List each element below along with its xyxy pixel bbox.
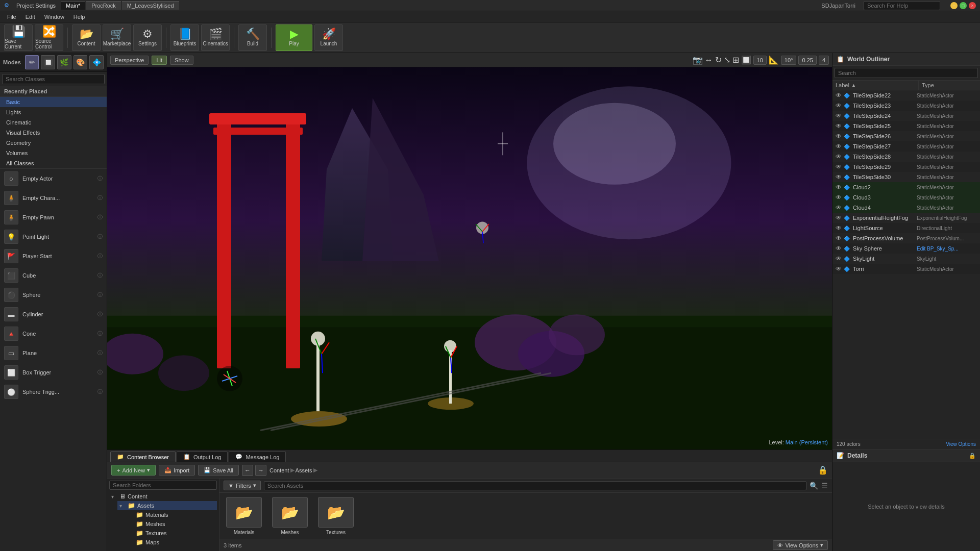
- list-item[interactable]: ▭ Plane ⓘ: [0, 343, 107, 363]
- cinematics-button[interactable]: 🎬 Cinematics: [201, 24, 230, 51]
- type-column-header[interactable]: Type: [919, 81, 980, 90]
- tab-output-log[interactable]: 📋 Output Log: [177, 452, 228, 462]
- category-visual-effects[interactable]: Visual Effects: [0, 128, 107, 138]
- point-light-info[interactable]: ⓘ: [97, 233, 103, 240]
- tree-item-content[interactable]: ▾ 🖥 Content: [109, 492, 217, 501]
- rotate-icon[interactable]: ↻: [715, 55, 722, 65]
- cube-info[interactable]: ⓘ: [97, 272, 103, 279]
- maximize-button[interactable]: □: [960, 2, 967, 9]
- tab-procrock[interactable]: ProcRock: [86, 1, 121, 10]
- empty-chara-info[interactable]: ⓘ: [97, 194, 103, 202]
- import-button[interactable]: 📥 Import: [159, 465, 195, 475]
- viewport-type-button[interactable]: Perspective: [110, 56, 149, 65]
- save-current-button[interactable]: 💾 Save Current: [4, 24, 33, 51]
- tree-item-materials[interactable]: 📁 Materials: [126, 510, 217, 519]
- asset-meshes[interactable]: 📂 Meshes: [270, 497, 310, 535]
- asset-search-input[interactable]: [264, 481, 806, 490]
- visibility-toggle[interactable]: 👁: [835, 163, 843, 171]
- category-cinematic[interactable]: Cinematic: [0, 117, 107, 128]
- menu-window[interactable]: Window: [40, 13, 68, 21]
- visibility-toggle[interactable]: 👁: [835, 132, 843, 140]
- table-row[interactable]: 👁 🔷 TileStepSide23 StaticMeshActor: [832, 101, 980, 111]
- tab-message-log[interactable]: 💬 Message Log: [229, 452, 286, 462]
- camera-icon[interactable]: 📷: [693, 55, 703, 65]
- folder-search-input[interactable]: [109, 481, 217, 490]
- project-title[interactable]: Project Settings: [16, 3, 56, 9]
- visibility-toggle[interactable]: 👁: [835, 112, 843, 120]
- visibility-toggle[interactable]: 👁: [835, 255, 843, 263]
- menu-file[interactable]: File: [3, 13, 20, 21]
- launch-button[interactable]: 🚀 Launch: [314, 24, 343, 51]
- save-all-button[interactable]: 💾 Save All: [198, 465, 239, 475]
- menu-help[interactable]: Help: [69, 13, 89, 21]
- angle-value[interactable]: 10°: [781, 56, 797, 65]
- mode-geometry[interactable]: 💠: [89, 55, 104, 69]
- search-classes-input[interactable]: [2, 74, 105, 84]
- sphere-info[interactable]: ⓘ: [97, 291, 103, 298]
- visibility-toggle[interactable]: 👁: [835, 183, 843, 191]
- play-button[interactable]: ▶ Play: [276, 24, 312, 51]
- list-item[interactable]: ▬ Cylinder ⓘ: [0, 305, 107, 324]
- tab-main[interactable]: Main*: [61, 1, 85, 10]
- tree-item-textures[interactable]: 📁 Textures: [126, 529, 217, 538]
- list-item[interactable]: ⬛ Cube ⓘ: [0, 266, 107, 285]
- settings-button[interactable]: ⚙ Settings: [133, 24, 162, 51]
- viewport[interactable]: Level: Main (Persistent): [107, 67, 832, 449]
- mode-landscape[interactable]: 🔲: [41, 55, 55, 69]
- category-all-classes[interactable]: All Classes: [0, 158, 107, 168]
- list-item[interactable]: 💡 Point Light ⓘ: [0, 227, 107, 246]
- table-row[interactable]: 👁 🔷 TileStepSide29 StaticMeshActor: [832, 162, 980, 172]
- list-item[interactable]: 🔺 Cone ⓘ: [0, 324, 107, 343]
- table-row[interactable]: 👁 🔷 Torri StaticMeshActor: [832, 264, 980, 274]
- add-new-button[interactable]: + Add New ▾: [111, 465, 156, 475]
- visibility-toggle[interactable]: 👁: [835, 173, 843, 181]
- list-item[interactable]: ⬜ Box Trigger ⓘ: [0, 363, 107, 382]
- mode-select[interactable]: ✏: [25, 55, 39, 69]
- table-row[interactable]: 👁 🔷 TileStepSide30 StaticMeshActor: [832, 172, 980, 182]
- grid-icon[interactable]: ⊞: [732, 55, 739, 65]
- show-button[interactable]: Show: [170, 56, 193, 65]
- menu-edit[interactable]: Edit: [21, 13, 39, 21]
- asset-textures[interactable]: 📂 Textures: [315, 497, 356, 535]
- view-options-button[interactable]: 👁 View Options ▾: [773, 540, 828, 550]
- tab-content-browser[interactable]: 📁 Content Browser: [110, 452, 176, 462]
- snap-icon[interactable]: 🔲: [741, 55, 751, 65]
- list-item[interactable]: 🧍 Empty Pawn ⓘ: [0, 208, 107, 227]
- table-row[interactable]: 👁 🔷 TileStepSide22 StaticMeshActor: [832, 90, 980, 101]
- visibility-toggle[interactable]: 👁: [835, 265, 843, 273]
- visibility-toggle[interactable]: 👁: [835, 244, 843, 253]
- list-item[interactable]: 🧍 Empty Chara... ⓘ: [0, 188, 107, 208]
- filter-options-icon[interactable]: ☰: [821, 482, 828, 490]
- angle-icon[interactable]: 📐: [769, 55, 779, 65]
- table-row[interactable]: 👁 🔷 TileStepSide28 StaticMeshActor: [832, 152, 980, 162]
- table-row[interactable]: 👁 🔷 TileStepSide26 StaticMeshActor: [832, 131, 980, 141]
- box-trigger-info[interactable]: ⓘ: [97, 369, 103, 376]
- content-button[interactable]: 📂 Content: [72, 24, 101, 51]
- transform-icon[interactable]: ↔: [705, 56, 713, 65]
- layer-value[interactable]: 4: [819, 56, 829, 65]
- blueprints-button[interactable]: 📘 Blueprints: [170, 24, 199, 51]
- cone-info[interactable]: ⓘ: [97, 330, 103, 337]
- visibility-toggle[interactable]: 👁: [835, 153, 843, 161]
- list-item[interactable]: 🚩 Player Start ⓘ: [0, 246, 107, 266]
- lit-button[interactable]: Lit: [152, 56, 167, 65]
- visibility-toggle[interactable]: 👁: [835, 142, 843, 151]
- list-item[interactable]: ○ Empty Actor ⓘ: [0, 169, 107, 188]
- source-control-button[interactable]: 🔀 Source Control: [35, 24, 63, 51]
- search-assets-icon[interactable]: 🔍: [810, 482, 818, 490]
- empty-actor-info[interactable]: ⓘ: [97, 175, 103, 182]
- path-content[interactable]: Content: [270, 467, 289, 473]
- nav-forward-button[interactable]: →: [255, 465, 266, 476]
- mode-foliage[interactable]: 🌿: [57, 55, 71, 69]
- view-options-link[interactable]: View Options: [946, 441, 976, 447]
- tab-mleaves[interactable]: M_LeavesStyliised: [122, 1, 179, 10]
- asset-materials[interactable]: 📂 Materials: [224, 497, 264, 535]
- visibility-toggle[interactable]: 👁: [835, 234, 843, 242]
- visibility-toggle[interactable]: 👁: [835, 214, 843, 222]
- visibility-toggle[interactable]: 👁: [835, 102, 843, 110]
- sphere-trigger-info[interactable]: ⓘ: [97, 388, 103, 395]
- visibility-toggle[interactable]: 👁: [835, 224, 843, 232]
- help-search-input[interactable]: [864, 1, 940, 10]
- player-start-info[interactable]: ⓘ: [97, 253, 103, 260]
- cylinder-info[interactable]: ⓘ: [97, 311, 103, 318]
